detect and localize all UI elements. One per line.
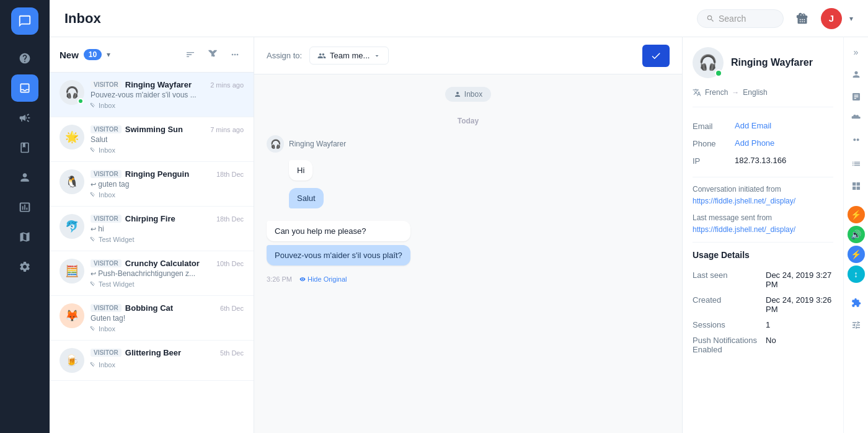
topbar: Inbox Search J ▾ bbox=[50, 0, 868, 37]
contact-info: 🎧 Ringing Wayfarer French → English bbox=[683, 37, 843, 433]
conv-tag-1: Inbox bbox=[91, 102, 244, 109]
right-icon-person[interactable] bbox=[846, 65, 866, 84]
sessions-value: 1 bbox=[766, 320, 770, 329]
user-avatar[interactable]: J bbox=[821, 8, 842, 29]
sidebar-item-inbox[interactable] bbox=[11, 74, 38, 102]
conv-time-3: 18th Dec bbox=[216, 171, 244, 178]
inbox-badge[interactable]: Inbox bbox=[445, 87, 491, 102]
bubble-help-fr: Pouvez-vous m'aider s'il vous plaît? bbox=[267, 245, 410, 266]
right-icon-blue[interactable]: ⚡ bbox=[848, 246, 865, 263]
conv-item-6[interactable]: 🦊 VISITOR Bobbing Cat 6th Dec Guten tag!… bbox=[50, 296, 254, 341]
conv-from-url[interactable]: https://fiddle.jshell.net/_display/ bbox=[693, 197, 795, 205]
confirm-button[interactable] bbox=[642, 45, 670, 67]
conv-top-1: VISITOR Ringing Wayfarer 2 mins ago bbox=[91, 80, 244, 89]
add-phone-button[interactable]: Add Phone bbox=[735, 138, 774, 148]
visitor-tag-7: VISITOR bbox=[91, 349, 122, 357]
conv-avatar-5: 🧮 bbox=[60, 259, 84, 283]
inbox-badge-wrap: Inbox bbox=[267, 87, 670, 102]
sidebar-item-reports[interactable] bbox=[11, 194, 38, 221]
right-icon-orange[interactable]: ⚡ bbox=[848, 206, 865, 223]
conv-item-7[interactable]: 🍺 VISITOR Glittering Beer 5th Dec Inbox bbox=[50, 341, 254, 381]
topbar-actions: J ▾ bbox=[791, 7, 853, 30]
hide-original-button[interactable]: Hide Original bbox=[299, 275, 347, 283]
conv-time-4: 18th Dec bbox=[216, 215, 244, 223]
conv-time-1: 2 mins ago bbox=[210, 81, 244, 89]
last-msg-links: Last message sent from https://fiddle.js… bbox=[693, 213, 833, 234]
msg-sender-row: 🎧 Ringing Wayfarer bbox=[267, 135, 670, 153]
assign-team-button[interactable]: Team me... bbox=[309, 47, 389, 65]
gift-icon[interactable] bbox=[791, 7, 813, 30]
visitor-tag-3: VISITOR bbox=[91, 170, 122, 178]
msg-time: 3:26 PM bbox=[267, 275, 292, 283]
conv-avatar-6: 🦊 bbox=[60, 303, 84, 328]
msg-row-salut: Salut bbox=[289, 188, 670, 208]
reply-icon-5: ↩ bbox=[91, 270, 96, 277]
filter-icon[interactable] bbox=[204, 46, 221, 63]
conv-preview-5: ↩ Push-Benachrichtigungen z... bbox=[91, 269, 244, 278]
visitor-tag-2: VISITOR bbox=[91, 125, 122, 133]
conv-tag-label-5: Test Widget bbox=[99, 280, 134, 288]
app-logo[interactable] bbox=[11, 7, 38, 35]
usage-title: Usage Details bbox=[693, 250, 833, 260]
search-bar[interactable]: Search bbox=[697, 9, 784, 28]
usage-section: Usage Details Last seen Dec 24, 2019 3:2… bbox=[693, 250, 833, 357]
sidebar-item-contacts[interactable] bbox=[11, 164, 38, 191]
user-menu-chevron[interactable]: ▾ bbox=[849, 14, 853, 23]
team-icon bbox=[317, 51, 326, 60]
reply-icon-3: ↩ bbox=[91, 181, 96, 188]
sidebar-item-help[interactable] bbox=[11, 45, 38, 72]
visitor-tag-5: VISITOR bbox=[91, 259, 122, 267]
right-icon-sliders[interactable] bbox=[846, 315, 866, 335]
conv-count-badge: 10 bbox=[84, 49, 102, 60]
sidebar-item-campaigns[interactable] bbox=[11, 104, 38, 132]
conv-item-2[interactable]: 🌟 VISITOR Swimming Sun 7 mins ago Salut … bbox=[50, 117, 254, 162]
right-icon-grid[interactable] bbox=[846, 176, 866, 196]
sidebar bbox=[0, 0, 50, 433]
right-icon-puzzle[interactable] bbox=[846, 293, 866, 313]
last-msg-url[interactable]: https://fiddle.jshell.net/_display/ bbox=[693, 225, 795, 234]
conv-item-1[interactable]: 🎧 VISITOR Ringing Wayfarer 2 mins ago Po… bbox=[50, 73, 254, 117]
msg-translated-group: Can you help me please? Pouvez-vous m'ai… bbox=[267, 221, 410, 266]
conv-top-4: VISITOR Chirping Fire 18th Dec bbox=[91, 214, 244, 223]
right-icon-collapse[interactable]: » bbox=[846, 42, 866, 62]
new-label: New bbox=[60, 50, 79, 60]
right-icon-teal[interactable]: ↕ bbox=[848, 266, 865, 283]
conv-body-1: VISITOR Ringing Wayfarer 2 mins ago Pouv… bbox=[91, 80, 244, 109]
conv-avatar-4: 🐬 bbox=[60, 214, 84, 239]
conv-tag-7: Inbox bbox=[91, 361, 244, 368]
right-icon-gift[interactable] bbox=[846, 109, 866, 129]
conv-preview-1: Pouvez-vous m'aider s'il vous ... bbox=[91, 91, 244, 99]
sort-icon[interactable] bbox=[182, 46, 199, 63]
conv-avatar-2: 🌟 bbox=[60, 125, 84, 150]
sidebar-item-products[interactable] bbox=[11, 223, 38, 251]
avatar-wrap-2: 🌟 bbox=[60, 125, 84, 150]
new-dropdown-arrow[interactable]: ▾ bbox=[107, 50, 110, 59]
right-icon-green[interactable]: 🔊 bbox=[848, 226, 865, 243]
conv-list-header: New 10 ▾ bbox=[50, 37, 254, 73]
right-icon-list[interactable] bbox=[846, 154, 866, 174]
conv-avatar-3: 🐧 bbox=[60, 169, 84, 194]
conv-item-5[interactable]: 🧮 VISITOR Crunchy Calculator 10th Dec ↩ … bbox=[50, 251, 254, 296]
conv-body-5: VISITOR Crunchy Calculator 10th Dec ↩ Pu… bbox=[91, 259, 244, 288]
conv-item-3[interactable]: 🐧 VISITOR Ringing Penguin 18th Dec ↩ gut… bbox=[50, 162, 254, 207]
conv-body-4: VISITOR Chirping Fire 18th Dec ↩ hi Test… bbox=[91, 214, 244, 243]
conv-tag-label-3: Inbox bbox=[99, 191, 115, 199]
conv-top-5: VISITOR Crunchy Calculator 10th Dec bbox=[91, 259, 244, 268]
avatar-wrap-1: 🎧 bbox=[60, 80, 84, 105]
conv-name-5: Crunchy Calculator bbox=[125, 259, 200, 268]
contact-avatar: 🎧 bbox=[693, 47, 724, 78]
content-area: New 10 ▾ bbox=[50, 37, 868, 433]
visitor-tag-4: VISITOR bbox=[91, 215, 122, 223]
lang-from: French bbox=[705, 88, 728, 97]
right-icon-user2[interactable] bbox=[846, 132, 866, 151]
hide-original-label: Hide Original bbox=[308, 275, 347, 283]
sidebar-item-settings[interactable] bbox=[11, 253, 38, 280]
sidebar-item-docs[interactable] bbox=[11, 134, 38, 161]
conv-item-4[interactable]: 🐬 VISITOR Chirping Fire 18th Dec ↩ hi bbox=[50, 207, 254, 251]
add-email-button[interactable]: Add Email bbox=[735, 121, 771, 130]
reply-icon-4: ↩ bbox=[91, 225, 96, 233]
more-icon[interactable] bbox=[226, 46, 244, 63]
checkmark-icon bbox=[650, 50, 662, 61]
right-icon-chart[interactable] bbox=[846, 87, 866, 107]
lang-row: French → English bbox=[693, 88, 833, 107]
